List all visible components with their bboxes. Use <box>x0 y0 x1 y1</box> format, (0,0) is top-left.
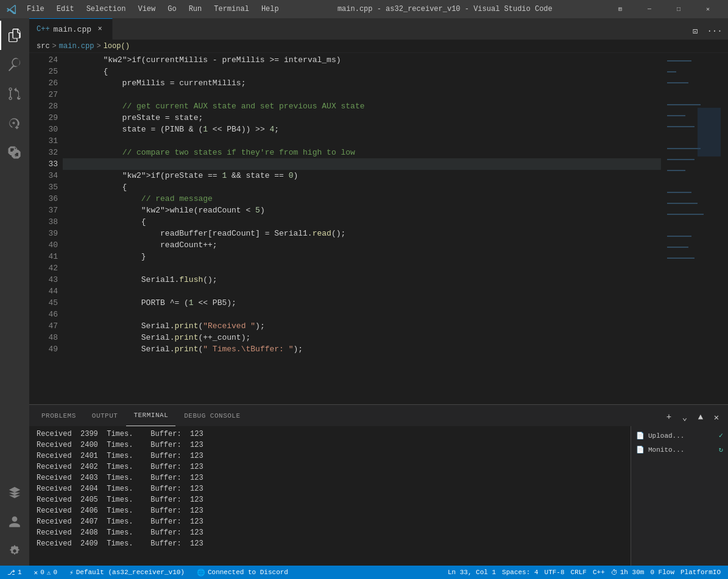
line-number: 26 <box>29 77 58 89</box>
status-branch[interactable]: ⎇ 1 <box>5 566 24 579</box>
terminal-line: Received 2406 Times. Buffer: 123 <box>37 505 623 516</box>
breadcrumb-file[interactable]: main.cpp <box>59 42 94 51</box>
status-encoding[interactable]: UTF-8 <box>542 569 567 576</box>
language-label: C++ <box>593 569 605 576</box>
kill-terminal-icon[interactable]: ⌄ <box>678 410 691 424</box>
line-number: 30 <box>29 124 58 135</box>
remote-label: Default (as32_receiver_v10) <box>76 569 185 576</box>
main-cpp-tab[interactable]: C++ main.cpp × <box>29 18 113 40</box>
line-number: 33 <box>29 158 58 170</box>
menu-edit[interactable]: Edit <box>52 4 79 15</box>
panel: PROBLEMS OUTPUT TERMINAL DEBUG CONSOLE +… <box>29 404 728 566</box>
task-type-icon: 📄 <box>636 432 645 440</box>
menu-selection[interactable]: Selection <box>82 4 131 15</box>
encoding-label: UTF-8 <box>545 569 565 576</box>
platformio-icon[interactable] <box>0 478 29 507</box>
layout-icon[interactable]: ⊞ <box>606 0 634 18</box>
status-position[interactable]: Ln 33, Col 1 <box>445 569 498 576</box>
more-actions-icon[interactable]: ··· <box>706 23 723 40</box>
status-flow[interactable]: 0 Flow <box>648 569 677 576</box>
code-line: state = (PINB & (1 << PB4)) >> 4; <box>63 124 661 135</box>
code-line: Serial1.flush(); <box>63 274 661 286</box>
code-line: // read message <box>63 193 661 205</box>
terminal-line: Received 2409 Times. Buffer: 123 <box>37 538 623 549</box>
source-control-icon[interactable] <box>0 79 29 108</box>
svg-rect-4 <box>667 104 701 105</box>
maximize-panel-icon[interactable]: ▲ <box>694 410 707 424</box>
code-line <box>63 262 661 274</box>
status-clock[interactable]: ⏱ 1h 30m <box>609 569 647 577</box>
close-button[interactable]: ✕ <box>694 0 722 18</box>
titlebar: File Edit Selection View Go Run Terminal… <box>0 0 728 18</box>
line-number: 42 <box>29 262 58 274</box>
minimize-button[interactable]: ─ <box>635 0 663 18</box>
vscode-logo <box>6 4 16 14</box>
menu-terminal[interactable]: Terminal <box>209 4 254 15</box>
terminal-line: Received 2408 Times. Buffer: 123 <box>37 527 623 538</box>
line-number: 37 <box>29 205 58 216</box>
task-item[interactable]: 📄 Monito... ↻ <box>631 443 728 457</box>
line-number: 47 <box>29 320 58 332</box>
search-icon[interactable] <box>0 50 29 79</box>
svg-rect-15 <box>667 258 694 259</box>
platformio-label: PlatformIO <box>680 569 721 576</box>
breadcrumb-sep1: > <box>52 42 57 51</box>
svg-rect-14 <box>667 247 688 248</box>
code-line <box>63 158 661 170</box>
activity-bar <box>0 18 29 566</box>
new-terminal-icon[interactable]: + <box>662 410 676 424</box>
menu-go[interactable]: Go <box>163 4 181 15</box>
flow-label: 0 Flow <box>650 569 674 576</box>
tab-close-button[interactable]: × <box>95 24 105 34</box>
extensions-icon[interactable] <box>0 138 29 167</box>
status-eol[interactable]: CRLF <box>568 569 589 576</box>
line-number: 28 <box>29 100 58 112</box>
status-errors[interactable]: ✕ 0 ⚠ 0 <box>32 566 60 579</box>
menu-help[interactable]: Help <box>256 4 284 15</box>
line-number: 43 <box>29 274 58 286</box>
code-line: { <box>63 181 661 193</box>
line-numbers: 2425262728293031323334353637383940414243… <box>29 53 63 404</box>
code-editor[interactable]: 2425262728293031323334353637383940414243… <box>29 53 728 404</box>
code-content[interactable]: "kw2">if(currentMillis - preMillis >= in… <box>63 53 661 404</box>
spaces-label: Spaces: 4 <box>502 569 538 576</box>
split-editor-icon[interactable]: ⊡ <box>687 23 704 40</box>
menu-view[interactable]: View <box>133 4 160 15</box>
line-number: 35 <box>29 181 58 193</box>
code-line <box>63 89 661 100</box>
breadcrumb-src[interactable]: src <box>37 42 50 51</box>
menu-file[interactable]: File <box>22 4 49 15</box>
status-platformio[interactable]: PlatformIO <box>678 569 723 576</box>
line-number: 25 <box>29 66 58 77</box>
status-language[interactable]: C++ <box>590 569 607 576</box>
status-remote[interactable]: ⚡ Default (as32_receiver_v10) <box>67 566 187 579</box>
status-connected[interactable]: 🌐 Connected to Discord <box>194 566 291 579</box>
svg-rect-10 <box>667 192 691 193</box>
explorer-icon[interactable] <box>0 21 29 50</box>
code-line: Serial.print(" Times.\tBuffer: "); <box>63 343 661 355</box>
maximize-button[interactable]: □ <box>665 0 693 18</box>
tab-debug-console[interactable]: DEBUG CONSOLE <box>177 405 247 426</box>
run-debug-icon[interactable] <box>0 108 29 138</box>
account-icon[interactable] <box>0 507 29 536</box>
scrollbar-track[interactable] <box>722 53 728 404</box>
task-item[interactable]: 📄 Upload... ✓ <box>631 429 728 443</box>
settings-icon[interactable] <box>0 536 29 566</box>
svg-rect-13 <box>667 236 691 237</box>
warning-count: 0 <box>53 569 57 576</box>
line-number: 32 <box>29 147 58 158</box>
tab-problems[interactable]: PROBLEMS <box>34 405 83 426</box>
code-line: // compare two states if they're from hi… <box>63 147 661 158</box>
svg-rect-8 <box>667 159 694 160</box>
menu-run[interactable]: Run <box>184 4 207 15</box>
terminal-tasks: 📄 Upload... ✓ 📄 Monito... ↻ <box>631 426 728 566</box>
terminal-content[interactable]: Received 2399 Times. Buffer: 123Received… <box>29 426 631 566</box>
close-panel-icon[interactable]: ✕ <box>710 410 723 424</box>
status-spaces[interactable]: Spaces: 4 <box>500 569 540 576</box>
breadcrumb-func[interactable]: loop() <box>104 42 130 51</box>
tab-terminal[interactable]: TERMINAL <box>126 405 175 426</box>
editor-actions: ⊡ ··· <box>687 23 728 40</box>
svg-rect-12 <box>667 214 704 215</box>
code-line: preState = state; <box>63 112 661 124</box>
tab-output[interactable]: OUTPUT <box>85 405 125 426</box>
